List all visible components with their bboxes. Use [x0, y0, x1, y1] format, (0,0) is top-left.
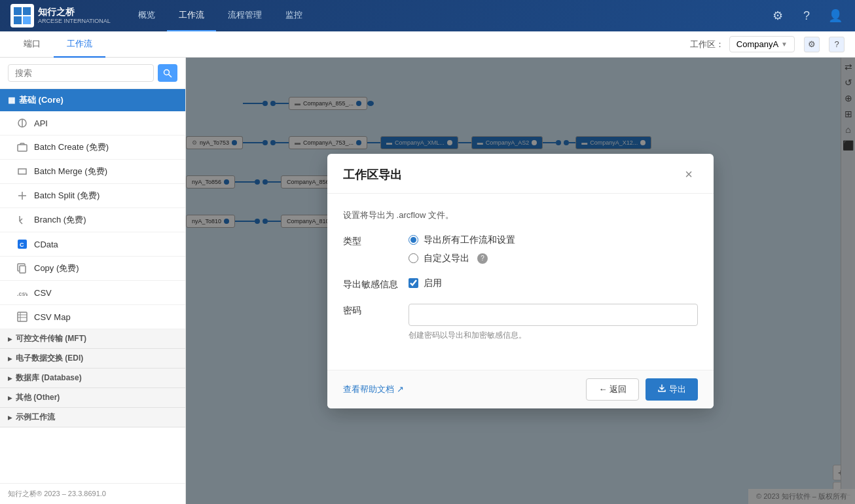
password-control: 创建密码以导出和加密敏感信息。: [409, 304, 698, 341]
search-input[interactable]: [8, 64, 154, 82]
cat-mft-label: 可控文件传输 (MFT): [16, 333, 86, 344]
csv-map-icon: [16, 310, 29, 323]
workspace-select[interactable]: CompanyA ▼: [729, 36, 795, 52]
user-icon[interactable]: 👤: [826, 7, 845, 25]
option-all-label: 导出所有工作流和设置: [424, 234, 515, 246]
workspace-settings-icon[interactable]: ⚙: [804, 37, 820, 52]
nav-links: 概览 工作流 流程管理 监控: [126, 0, 314, 31]
svg-line-5: [169, 74, 172, 77]
nav-workflow[interactable]: 工作流: [167, 0, 216, 31]
nav-monitor[interactable]: 监控: [274, 0, 314, 31]
svg-rect-2: [14, 16, 22, 24]
cdata-label: CData: [34, 240, 58, 249]
settings-icon[interactable]: ⚙: [769, 7, 787, 25]
help-link-icon: ↗: [397, 384, 404, 394]
modal-overlay: 工作区导出 × 设置将导出为 .arcflow 文件。 类型 导出所有工作流和设…: [186, 58, 855, 504]
batch-merge-label: Batch Merge (免费): [34, 166, 107, 177]
svg-text:.csv: .csv: [17, 291, 27, 297]
type-options: 导出所有工作流和设置 自定义导出 ?: [409, 234, 698, 264]
sidebar-item-batch-create[interactable]: Batch Create (免费): [0, 135, 185, 160]
export-modal: 工作区导出 × 设置将导出为 .arcflow 文件。 类型 导出所有工作流和设…: [327, 154, 714, 408]
option-custom[interactable]: 自定义导出 ?: [409, 253, 698, 264]
help-link-label: 查看帮助文档: [343, 384, 394, 395]
sidebar: ▦ 基础 (Core) API Batch Create (免费) Batch: [0, 58, 186, 504]
svg-rect-0: [14, 7, 22, 15]
modal-title: 工作区导出: [343, 167, 402, 183]
option-custom-label: 自定义导出: [424, 253, 469, 264]
workspace-dropdown-icon: ▼: [781, 41, 788, 48]
cat-mft[interactable]: ▸ 可控文件传输 (MFT): [0, 329, 185, 349]
password-label: 密码: [343, 304, 409, 317]
option-all-radio[interactable]: [409, 235, 418, 245]
search-button[interactable]: [158, 64, 177, 82]
batch-split-label: Batch Split (免费): [34, 190, 100, 202]
api-icon: [16, 117, 29, 130]
modal-body: 设置将导出为 .arcflow 文件。 类型 导出所有工作流和设置 自定义导出: [327, 194, 714, 370]
sensitive-checkbox-item[interactable]: 启用: [409, 278, 698, 289]
svg-rect-13: [18, 312, 27, 321]
sidebar-item-batch-split[interactable]: Batch Split (免费): [0, 184, 185, 208]
logo: 知行之桥 ARCESE INTERNATIONAL: [10, 4, 111, 27]
password-hint: 创建密码以导出和加密敏感信息。: [409, 330, 698, 341]
svg-rect-3: [23, 16, 31, 24]
type-label: 类型: [343, 234, 409, 247]
tab-ports[interactable]: 端口: [10, 31, 54, 58]
custom-help-icon[interactable]: ?: [477, 253, 488, 264]
copy-icon: [16, 262, 29, 275]
cat-example[interactable]: ▸ 示例工作流: [0, 408, 185, 427]
cat-database[interactable]: ▸ 数据库 (Database): [0, 369, 185, 388]
batch-merge-icon: [16, 165, 29, 178]
workspace-label: 工作区：: [690, 39, 724, 50]
help-link[interactable]: 查看帮助文档 ↗: [343, 384, 404, 395]
sidebar-item-batch-merge[interactable]: Batch Merge (免费): [0, 160, 185, 184]
modal-header: 工作区导出 ×: [327, 154, 714, 194]
cat-other[interactable]: ▸ 其他 (Other): [0, 388, 185, 408]
tab-workflows[interactable]: 工作流: [54, 31, 105, 58]
nav-process[interactable]: 流程管理: [216, 0, 274, 31]
content-area: ⚙nyA_To855 ▬CompanyA_855_... ⚙nyA_To753: [186, 58, 855, 504]
password-input[interactable]: [409, 304, 698, 326]
export-icon: [657, 384, 666, 395]
sidebar-search-area: [0, 58, 185, 89]
workspace-help-icon[interactable]: ?: [829, 37, 845, 52]
modal-close-button[interactable]: ×: [680, 166, 698, 184]
svg-rect-11: [20, 266, 26, 273]
cdata-icon: C: [16, 238, 29, 251]
password-row: 密码 创建密码以导出和加密敏感信息。: [343, 304, 698, 341]
sidebar-item-api[interactable]: API: [0, 111, 185, 135]
svg-rect-8: [18, 145, 27, 151]
cat-edi[interactable]: ▸ 电子数据交换 (EDI): [0, 349, 185, 369]
cat-edi-label: 电子数据交换 (EDI): [16, 353, 83, 364]
sidebar-item-cdata[interactable]: C CData: [0, 232, 185, 257]
core-icon: ▦: [8, 96, 15, 105]
cat-edi-icon: ▸: [8, 354, 12, 363]
sidebar-item-copy[interactable]: Copy (免费): [0, 257, 185, 281]
help-icon[interactable]: ?: [797, 7, 816, 25]
nav-overview[interactable]: 概览: [126, 0, 167, 31]
svg-point-4: [164, 69, 170, 75]
cat-other-icon: ▸: [8, 393, 12, 403]
sidebar-group-core[interactable]: ▦ 基础 (Core): [0, 89, 185, 111]
modal-footer: 查看帮助文档 ↗ ← 返回 导出: [327, 370, 714, 408]
sidebar-item-csv[interactable]: .csv CSV: [0, 281, 185, 305]
sidebar-item-branch[interactable]: Branch (免费): [0, 208, 185, 232]
batch-create-icon: [16, 141, 29, 154]
option-custom-radio[interactable]: [409, 253, 418, 263]
copy-label: Copy (免费): [34, 262, 79, 274]
sidebar-item-csv-map[interactable]: CSV Map: [0, 305, 185, 329]
back-button[interactable]: ← 返回: [586, 378, 639, 401]
sensitive-row: 导出敏感信息 启用: [343, 278, 698, 291]
sidebar-items: ▦ 基础 (Core) API Batch Create (免费) Batch: [0, 89, 185, 483]
svg-text:C: C: [20, 242, 24, 248]
sensitive-checkbox-label: 启用: [424, 278, 442, 289]
option-all[interactable]: 导出所有工作流和设置: [409, 234, 698, 246]
branch-icon: [16, 213, 29, 226]
svg-rect-1: [23, 7, 31, 15]
sensitive-checkbox[interactable]: [409, 278, 418, 288]
export-button[interactable]: 导出: [646, 378, 698, 401]
cat-database-icon: ▸: [8, 374, 12, 383]
nav-right: ⚙ ? 👤: [769, 7, 845, 25]
footer-buttons: ← 返回 导出: [586, 378, 698, 401]
main-layout: ▦ 基础 (Core) API Batch Create (免费) Batch: [0, 58, 855, 504]
csv-label: CSV: [34, 288, 52, 298]
